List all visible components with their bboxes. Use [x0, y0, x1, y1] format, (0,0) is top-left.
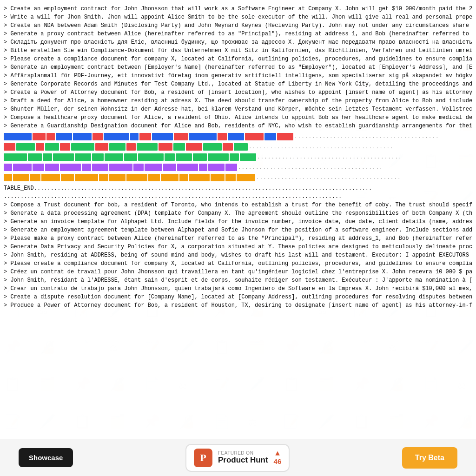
- block-segment: [126, 143, 136, 151]
- text-line: > Складіть документ про власність для Ел…: [4, 38, 472, 46]
- block-segment: [4, 174, 12, 181]
- block-segment: [45, 143, 59, 151]
- row-dots: ........................................…: [249, 143, 472, 151]
- block-segment: [218, 133, 227, 140]
- block-segment: [75, 174, 98, 181]
- block-segment: [16, 143, 35, 151]
- block-segment: [92, 164, 108, 171]
- block-segment: [203, 143, 222, 151]
- ph-vote-count: 46: [274, 457, 282, 465]
- text-line: > Create an NDA between Adam Smith (Disc…: [4, 21, 472, 30]
- block-segment: [104, 133, 129, 140]
- block-segment: [126, 174, 147, 181]
- block-segment: [163, 164, 176, 171]
- text-line: > Generate Data Privacy and Security Pol…: [4, 243, 472, 251]
- block-segment: [53, 153, 74, 161]
- block-segment: [138, 153, 164, 161]
- block-segment: [93, 133, 103, 140]
- block-segment: [199, 164, 207, 171]
- ph-upvote-icon: ▲: [275, 450, 280, 457]
- block-row: ........................................…: [4, 152, 472, 162]
- block-segment: [109, 174, 126, 181]
- ph-logo-icon: P: [194, 449, 212, 467]
- block-rows: ........................................…: [4, 132, 472, 182]
- text-line: > Create a dispute resolution document f…: [4, 293, 472, 301]
- block-segment: [13, 174, 29, 181]
- block-segment: [33, 164, 44, 171]
- block-row: ........................................…: [4, 142, 472, 152]
- main-content: > Create an employment contract for John…: [0, 0, 476, 439]
- block-segment: [176, 153, 192, 161]
- block-segment: [173, 143, 185, 151]
- block-segment: [264, 133, 276, 140]
- block-segment: [109, 143, 126, 151]
- block-segment: [228, 133, 244, 140]
- showcase-button[interactable]: Showcase: [19, 448, 73, 467]
- block-segment: [225, 164, 237, 171]
- block-segment: [95, 143, 108, 151]
- block-segment: [41, 174, 60, 181]
- block-segment: [60, 164, 81, 171]
- block-segment: [105, 153, 123, 161]
- text-line: > Draft a deed for Alice, a homeowner re…: [4, 97, 472, 105]
- try-beta-button[interactable]: Try Beta: [402, 447, 457, 469]
- text-line: > Create a Power of Attorney document fo…: [4, 88, 472, 97]
- block-segment: [60, 143, 70, 151]
- block-segment: [208, 164, 225, 171]
- block-segment: [43, 153, 52, 161]
- text-line: > Generate an invoice template for Alpha…: [4, 218, 472, 226]
- block-segment: [4, 143, 15, 151]
- block-segment: [208, 153, 229, 161]
- block-segment: [28, 153, 42, 161]
- block-segment: [145, 164, 162, 171]
- product-hunt-badge[interactable]: P FEATURED ON Product Hunt ▲ 46: [185, 444, 290, 472]
- block-segment: [237, 174, 255, 181]
- text-line: > Please create a compliance document fo…: [4, 259, 472, 268]
- block-row: ........................................…: [4, 173, 472, 182]
- text-line: > Créez un contrat de travail pour John …: [4, 268, 472, 276]
- block-segment: [71, 143, 94, 151]
- row-dots: ........................................…: [294, 133, 472, 141]
- block-segment: [186, 143, 202, 151]
- block-segment: [13, 164, 32, 171]
- ph-votes: ▲ 46: [274, 450, 282, 465]
- text-line: > Crear un contrato de trabajo para John…: [4, 284, 472, 293]
- block-row: ........................................…: [4, 163, 472, 172]
- text-line: > Generate an employment agreement templ…: [4, 226, 472, 234]
- block-segment: [133, 164, 144, 171]
- table-end-line: TABLE_END...............................…: [4, 184, 472, 192]
- block-segment: [240, 153, 256, 161]
- separator-line: ........................................…: [4, 192, 472, 201]
- block-segment: [230, 153, 239, 161]
- block-segment: [159, 143, 172, 151]
- block-row: ........................................…: [4, 132, 472, 141]
- block-segment: [189, 133, 217, 140]
- block-segment: [56, 133, 72, 140]
- block-segment: [36, 143, 44, 151]
- block-segment: [234, 143, 248, 151]
- text-line: > Bitte erstellen Sie ein Compliance-Dok…: [4, 46, 472, 55]
- text-line: > Affärsplanmall för PDF-Journey, ett in…: [4, 72, 472, 80]
- block-segment: [174, 133, 188, 140]
- block-segment: [30, 174, 40, 181]
- block-segment: [45, 164, 59, 171]
- block-segment: [130, 133, 139, 140]
- block-segment: [4, 153, 27, 161]
- block-segment: [165, 153, 175, 161]
- block-segment: [61, 174, 74, 181]
- text-line: > Please create a compliance document fo…: [4, 55, 472, 63]
- ph-featured-label: FEATURED ON: [218, 450, 268, 456]
- block-segment: [99, 174, 108, 181]
- block-segment: [73, 133, 92, 140]
- text-line: > Write a will for Jhon Smith. Jhon will…: [4, 13, 472, 21]
- block-segment: [75, 153, 91, 161]
- row-dots: ........................................…: [238, 164, 472, 172]
- block-segment: [4, 133, 32, 140]
- ph-text: FEATURED ON Product Hunt: [218, 450, 268, 465]
- block-segment: [179, 174, 188, 181]
- block-segment: [33, 133, 46, 140]
- text-line: > Create an employment contract for John…: [4, 5, 472, 13]
- block-segment: [245, 133, 264, 140]
- text-line: > Produce a Power of Attorney document f…: [4, 301, 472, 310]
- block-segment: [46, 133, 55, 140]
